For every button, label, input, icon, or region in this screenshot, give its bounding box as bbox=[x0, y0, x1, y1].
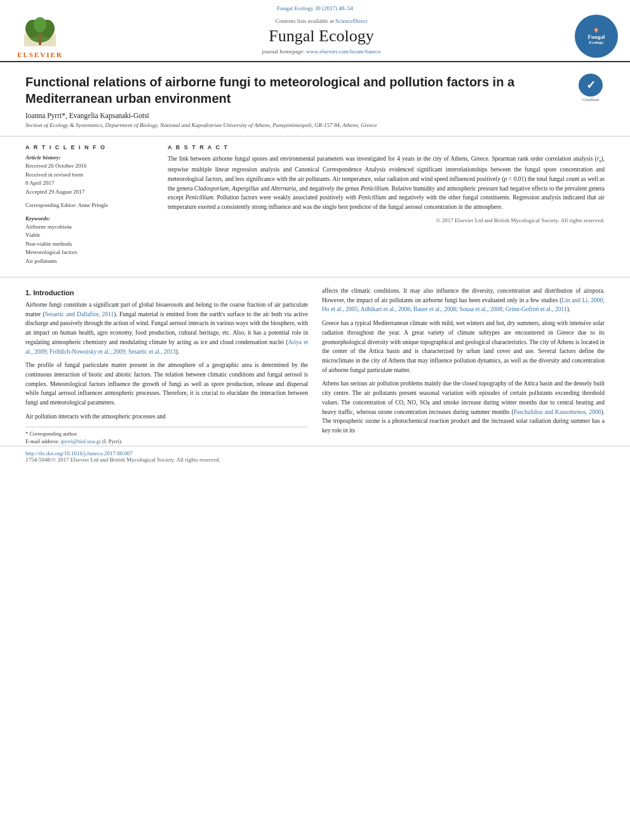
crossmark-icon: ✓ bbox=[579, 74, 603, 97]
right-column: affects the climatic conditions. It may … bbox=[322, 286, 605, 446]
intro-para-2: The profile of fungal particulate matter… bbox=[25, 361, 308, 408]
right-para-3: Athens has serious air pollution problem… bbox=[322, 379, 605, 435]
journal-homepage-link[interactable]: www.elsevier.com/locate/funeco bbox=[306, 48, 380, 55]
svg-point-4 bbox=[34, 17, 46, 32]
intro-heading: 1. Introduction bbox=[25, 289, 308, 297]
intro-para-1: Airborne fungi constitute a significant … bbox=[25, 300, 308, 356]
ref-sesartic-2011[interactable]: Sesartic and Dallafior, 2011 bbox=[45, 311, 114, 317]
keywords-list: Airborne mycobiotaViableNon-viable metho… bbox=[25, 223, 152, 266]
abstract-text: The link between airborne fungal spores … bbox=[168, 154, 605, 212]
footnote-email: E-mail address: ipyrri@biol.uoa.gr (I. P… bbox=[25, 437, 308, 446]
editor-name: Corresponding Editor: Anne Pringle bbox=[25, 201, 152, 210]
accepted-date: Accepted 29 August 2017 bbox=[25, 188, 152, 197]
keyword-item: Airborne mycobiota bbox=[25, 223, 152, 232]
journal-homepage-line: journal homepage: www.elsevier.com/locat… bbox=[69, 48, 574, 55]
svg-rect-5 bbox=[39, 34, 41, 45]
page: Fungal Ecology 30 (2017) 48–54 ELSEVIER … bbox=[0, 0, 630, 840]
footnote-star: * Corresponding author. bbox=[25, 430, 308, 438]
left-column: 1. Introduction Airborne fungi constitut… bbox=[25, 286, 308, 446]
footnote-area: * Corresponding author. E-mail address: … bbox=[25, 427, 308, 446]
article-title: Functional relations of airborne fungi t… bbox=[25, 74, 566, 107]
revised-date: Received in revised form 8 April 2017 bbox=[25, 171, 152, 188]
doi-area: http://dx.doi.org/10.1016/j.funeco.2017.… bbox=[0, 446, 630, 465]
issn-text: 1754-5048/© 2017 Elsevier Ltd and Britis… bbox=[25, 457, 605, 463]
author-email-link[interactable]: ipyrri@biol.uoa.gr bbox=[60, 438, 101, 444]
ref-ariya-2009[interactable]: Ariya et al., 2009; Fröhlich-Nowoisky et… bbox=[25, 339, 308, 355]
journal-ref: Fungal Ecology 30 (2017) 48–54 bbox=[0, 5, 630, 11]
intro-para-3: Air pollution interacts with the atmosph… bbox=[25, 412, 308, 422]
elsevier-logo: ELSEVIER bbox=[11, 15, 69, 58]
elsevier-tree-icon bbox=[18, 15, 62, 50]
ref-paschalidou-2006[interactable]: Paschalidou and Kassomenos, 2006 bbox=[514, 409, 601, 415]
journal-header: Fungal Ecology 30 (2017) 48–54 ELSEVIER … bbox=[0, 0, 630, 62]
sciencedirect-link[interactable]: ScienceDirect bbox=[335, 18, 367, 24]
affiliation: Section of Ecology & Systematics, Depart… bbox=[25, 122, 605, 128]
received-date: Received 26 October 2016 bbox=[25, 162, 152, 171]
copyright-line: © 2017 Elsevier Ltd and British Mycologi… bbox=[168, 217, 605, 223]
keyword-item: Non-viable methods bbox=[25, 240, 152, 249]
keywords-group: Keywords: Airborne mycobiotaViableNon-vi… bbox=[25, 215, 152, 266]
sciencedirect-line: Contents lists available at ScienceDirec… bbox=[69, 18, 574, 24]
keyword-item: Air pollutants bbox=[25, 257, 152, 266]
abstract-column: A B S T R A C T The link between airborn… bbox=[168, 144, 605, 270]
article-history: Article history: Received 26 October 201… bbox=[25, 154, 152, 196]
article-header: Functional relations of airborne fungi t… bbox=[0, 62, 630, 137]
abstract-label: A B S T R A C T bbox=[168, 144, 605, 150]
main-content: 1. Introduction Airborne fungi constitut… bbox=[0, 277, 630, 446]
journal-center: Contents lists available at ScienceDirec… bbox=[69, 18, 574, 55]
authors: Ioanna Pyrri*, Evangelia Kapsanaki-Gotsi bbox=[25, 112, 605, 119]
article-info-column: A R T I C L E I N F O Article history: R… bbox=[25, 144, 152, 270]
info-abstract-section: A R T I C L E I N F O Article history: R… bbox=[0, 137, 630, 277]
elsevier-wordmark: ELSEVIER bbox=[17, 51, 63, 58]
right-para-2: Greece has a typical Mediterranean clima… bbox=[322, 319, 605, 375]
right-para-1: affects the climatic conditions. It may … bbox=[322, 286, 605, 314]
ref-lin-2000[interactable]: Lin and Li, 2000; Ho et al., 2005; Adhik… bbox=[322, 297, 605, 313]
keyword-item: Meteorological factors bbox=[25, 248, 152, 257]
article-info-label: A R T I C L E I N F O bbox=[25, 144, 152, 150]
journal-title: Fungal Ecology bbox=[69, 27, 574, 46]
keyword-item: Viable bbox=[25, 231, 152, 240]
corresponding-editor: Corresponding Editor: Anne Pringle bbox=[25, 201, 152, 210]
crossmark-label: CrossMark bbox=[582, 98, 600, 102]
fungal-ecology-logo: 🍄 Fungal Ecology bbox=[575, 15, 618, 58]
journal-logo-right: 🍄 Fungal Ecology bbox=[574, 14, 619, 58]
crossmark-badge: ✓ CrossMark bbox=[577, 74, 605, 102]
keywords-label: Keywords: bbox=[25, 215, 152, 222]
doi-link[interactable]: http://dx.doi.org/10.1016/j.funeco.2017.… bbox=[25, 450, 605, 457]
history-label: Article history: bbox=[25, 154, 152, 161]
